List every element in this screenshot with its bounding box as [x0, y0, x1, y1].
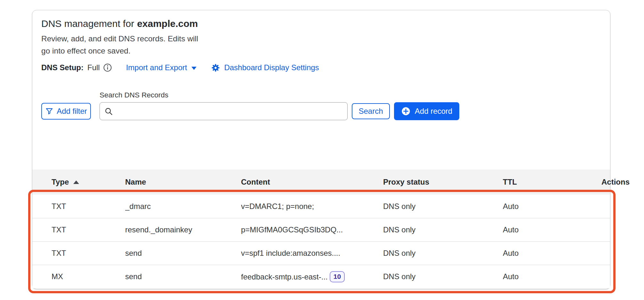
mx-priority-badge: 10: [330, 271, 345, 282]
cell-proxy-status: DNS only: [383, 225, 503, 234]
column-header-content[interactable]: Content: [241, 178, 383, 187]
info-icon[interactable]: [103, 63, 112, 72]
cell-ttl: Auto: [503, 272, 601, 281]
description-line: Review, add, and edit DNS records. Edits…: [41, 33, 198, 45]
description-line: go into effect once saved.: [41, 45, 198, 57]
search-input-wrapper: [100, 102, 348, 120]
column-header-name[interactable]: Name: [125, 178, 241, 187]
dns-management-panel: DNS management forexample.com Review, ad…: [32, 10, 610, 289]
cell-type: TXT: [52, 202, 125, 211]
page-title-prefix: DNS management for: [41, 18, 134, 29]
table-body: TXT _dmarc v=DMARC1; p=none; DNS only Au…: [32, 195, 610, 288]
search-dns-records-label: Search DNS Records: [100, 91, 168, 99]
add-record-label: Add record: [415, 107, 452, 116]
dns-setup-label: DNS Setup:: [41, 63, 84, 72]
table-row: TXT resend._domainkey p=MIGfMA0GCSqGSIb3…: [32, 218, 610, 241]
cell-content: v=spf1 include:amazonses....: [241, 249, 383, 258]
gear-icon: [211, 63, 220, 72]
add-filter-label: Add filter: [57, 107, 87, 116]
cell-proxy-status: DNS only: [383, 272, 503, 281]
cell-name: _dmarc: [125, 202, 241, 211]
plus-icon: [401, 106, 411, 116]
cell-content: p=MIGfMA0GCSqGSIb3DQ...: [241, 225, 383, 234]
dashboard-display-settings-link[interactable]: Dashboard Display Settings: [211, 63, 319, 72]
cell-ttl: Auto: [503, 225, 601, 234]
page-description: Review, add, and edit DNS records. Edits…: [41, 33, 198, 57]
cell-content: feedback-smtp.us-east-...10: [241, 271, 383, 282]
dashboard-display-settings-label: Dashboard Display Settings: [224, 63, 319, 72]
dns-setup-value: Full: [87, 63, 100, 72]
sort-ascending-icon: [73, 180, 79, 184]
import-export-dropdown[interactable]: Import and Export: [126, 63, 197, 72]
cell-ttl: Auto: [503, 202, 601, 211]
column-header-actions: Actions: [601, 178, 630, 187]
cell-ttl: Auto: [503, 249, 601, 258]
column-header-ttl[interactable]: TTL: [503, 178, 601, 187]
filter-icon: [45, 107, 53, 115]
zone-name: example.com: [137, 18, 198, 29]
column-header-type[interactable]: Type: [52, 178, 125, 187]
search-button[interactable]: Search: [352, 103, 390, 119]
cell-proxy-status: DNS only: [383, 249, 503, 258]
cell-name: resend._domainkey: [125, 225, 241, 234]
import-export-label: Import and Export: [126, 63, 187, 72]
cell-proxy-status: DNS only: [383, 202, 503, 211]
add-filter-button[interactable]: Add filter: [41, 103, 91, 120]
dns-setup-row: DNS Setup: Full Import and Export: [41, 62, 319, 73]
search-icon: [104, 107, 113, 116]
table-row: TXT send v=spf1 include:amazonses.... DN…: [32, 241, 610, 265]
cell-type: TXT: [52, 225, 125, 234]
search-button-label: Search: [358, 107, 383, 116]
cell-type: TXT: [52, 249, 125, 258]
page-title: DNS management forexample.com: [41, 17, 198, 30]
search-input[interactable]: [116, 103, 343, 120]
page: { "panel": { "title_prefix": "DNS manage…: [0, 0, 644, 300]
column-header-proxy-status[interactable]: Proxy status: [383, 178, 503, 187]
chevron-down-icon: [191, 67, 197, 70]
cell-name: send: [125, 272, 241, 281]
cell-name: send: [125, 249, 241, 258]
cell-content: v=DMARC1; p=none;: [241, 202, 383, 211]
table-row: MX send feedback-smtp.us-east-...10 DNS …: [32, 265, 610, 288]
table-header-row: Type Name Content Proxy status TTL Actio…: [32, 170, 610, 195]
cell-type: MX: [52, 272, 125, 281]
table-row: TXT _dmarc v=DMARC1; p=none; DNS only Au…: [32, 195, 610, 218]
add-record-button[interactable]: Add record: [394, 102, 459, 120]
